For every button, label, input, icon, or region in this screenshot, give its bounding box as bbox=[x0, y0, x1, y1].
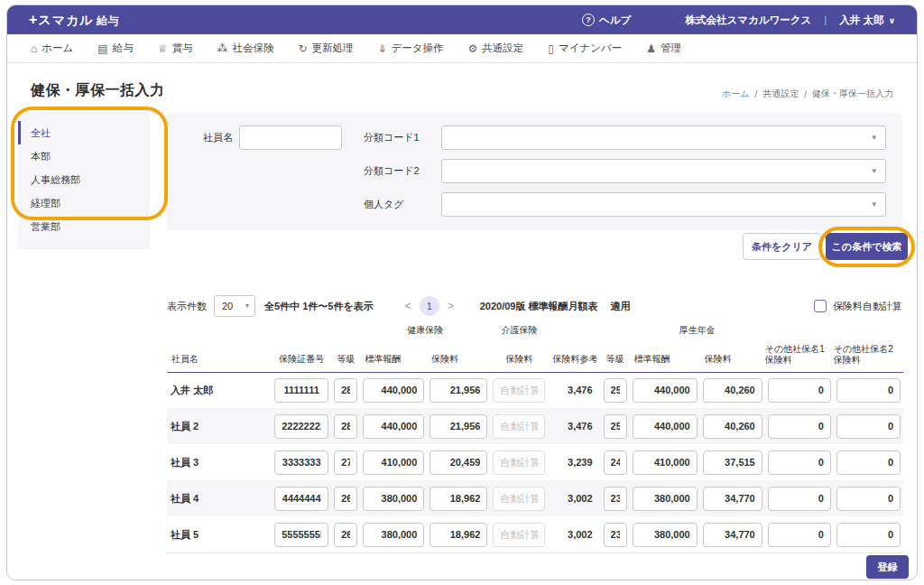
nav-item-my-number[interactable]: ▯マイナンバー bbox=[548, 42, 622, 55]
other1-premium-input[interactable] bbox=[768, 414, 831, 439]
id-card-icon: ▯ bbox=[548, 43, 554, 54]
sidebar-item-3[interactable]: 経理部 bbox=[18, 191, 150, 215]
kosei-grade-input[interactable] bbox=[604, 487, 627, 511]
col-header-other-insurance-1: その他社保名1保険料 bbox=[765, 338, 834, 372]
sidebar-item-4[interactable]: 営業部 bbox=[18, 215, 150, 238]
clear-conditions-button[interactable]: 条件をクリア bbox=[743, 233, 821, 260]
other2-premium-input-cell bbox=[834, 372, 903, 408]
nav-item-social-insurance[interactable]: ⁂社会保険 bbox=[217, 42, 273, 55]
next-page-button[interactable]: > bbox=[439, 300, 462, 312]
category-code-1-select[interactable]: ▾ bbox=[441, 125, 886, 150]
category-code-2-select[interactable]: ▾ bbox=[441, 159, 886, 183]
breadcrumb-home-link[interactable]: ホーム bbox=[722, 88, 749, 100]
current-page-button[interactable]: 1 bbox=[420, 296, 439, 316]
kenpo-grade-input[interactable] bbox=[334, 487, 357, 511]
kenpo-monthly-input-cell bbox=[360, 372, 427, 408]
cert-no-input[interactable] bbox=[274, 414, 328, 439]
nav-item-data-operations[interactable]: ⇓データ操作 bbox=[377, 42, 443, 55]
other1-premium-input[interactable] bbox=[768, 450, 831, 475]
cert-no-input-cell bbox=[272, 372, 331, 408]
search-with-conditions-button[interactable]: この条件で検索 bbox=[826, 233, 908, 260]
kenpo-monthly-input[interactable] bbox=[363, 487, 424, 511]
kenpo-monthly-input[interactable] bbox=[363, 523, 424, 547]
other2-premium-input[interactable] bbox=[836, 450, 901, 475]
page-size-select[interactable]: 20 ▾ bbox=[214, 295, 255, 317]
employee-name-input[interactable] bbox=[239, 125, 342, 150]
kosei-grade-input[interactable] bbox=[604, 523, 627, 547]
group-header-health-insurance: 健康保険 bbox=[360, 321, 490, 338]
kosei-monthly-input-cell bbox=[630, 480, 700, 516]
kosei-premium-input[interactable] bbox=[703, 523, 762, 547]
nav-item-home[interactable]: ⌂ホーム bbox=[31, 42, 73, 55]
nav-item-salary[interactable]: ▤給与 bbox=[97, 42, 133, 55]
kenpo-monthly-input[interactable] bbox=[363, 378, 424, 403]
kenpo-premium-input[interactable] bbox=[430, 414, 487, 439]
kosei-premium-input[interactable] bbox=[703, 378, 762, 403]
kenpo-monthly-input-cell bbox=[360, 480, 427, 516]
group-header-nursing-insurance: 介護保険 bbox=[490, 321, 548, 338]
kosei-grade-input[interactable] bbox=[604, 414, 627, 439]
kosei-monthly-input[interactable] bbox=[633, 487, 698, 511]
cert-no-input[interactable] bbox=[274, 487, 328, 511]
other2-premium-input[interactable] bbox=[836, 378, 901, 403]
prev-page-button[interactable]: < bbox=[397, 300, 420, 312]
table-row: 社員 53,002 bbox=[167, 516, 903, 552]
company-name: 株式会社スマカルワークス bbox=[685, 14, 811, 27]
kosei-premium-input[interactable] bbox=[703, 487, 762, 511]
cert-no-input[interactable] bbox=[274, 450, 328, 475]
sidebar-item-0[interactable]: 全社 bbox=[18, 121, 150, 144]
nav-item-bonus[interactable]: ♕賞与 bbox=[158, 42, 193, 55]
other2-premium-input[interactable] bbox=[836, 523, 901, 547]
kosei-grade-input-cell bbox=[601, 444, 630, 480]
help-menu[interactable]: ? ヘルプ bbox=[582, 14, 631, 27]
col-header-premium: 保険料 bbox=[427, 338, 490, 372]
cert-no-input-cell bbox=[272, 480, 331, 516]
other2-premium-input-cell bbox=[834, 444, 903, 480]
kenpo-premium-input[interactable] bbox=[430, 523, 487, 547]
range-summary: 全5件中 1件〜5件を表示 bbox=[264, 300, 374, 313]
cert-no-input[interactable] bbox=[274, 523, 328, 547]
nav-item-admin[interactable]: ♟管理 bbox=[646, 42, 681, 55]
employee-premium-table: 健康保険 介護保険 厚生年金 社員名 保険証番号 等級 標準報酬 保険料 保険料… bbox=[167, 321, 903, 552]
sidebar-item-1[interactable]: 本部 bbox=[18, 144, 150, 168]
other2-premium-input[interactable] bbox=[836, 414, 901, 439]
kenpo-grade-input[interactable] bbox=[334, 414, 357, 439]
kenpo-grade-input[interactable] bbox=[334, 378, 357, 403]
apply-link[interactable]: 適用 bbox=[611, 300, 631, 313]
auto-calc-checkbox[interactable] bbox=[814, 300, 827, 312]
kenpo-premium-input[interactable] bbox=[430, 378, 487, 403]
sidebar-item-2[interactable]: 人事総務部 bbox=[18, 168, 150, 191]
kenpo-monthly-input[interactable] bbox=[363, 450, 424, 475]
personal-tag-select[interactable]: ▾ bbox=[441, 192, 886, 217]
chevron-down-icon: ∨ bbox=[889, 16, 895, 25]
kosei-monthly-input[interactable] bbox=[633, 450, 698, 475]
kosei-premium-input[interactable] bbox=[703, 450, 762, 475]
kenpo-premium-input[interactable] bbox=[430, 487, 487, 511]
employee-name: 社員 3 bbox=[167, 444, 272, 480]
kosei-grade-input[interactable] bbox=[604, 378, 627, 403]
kosei-monthly-input[interactable] bbox=[633, 378, 698, 403]
other2-premium-input[interactable] bbox=[836, 487, 901, 511]
kosei-grade-input[interactable] bbox=[604, 450, 627, 475]
kenpo-grade-input[interactable] bbox=[334, 450, 357, 475]
other1-premium-input[interactable] bbox=[768, 378, 831, 403]
kosei-monthly-input[interactable] bbox=[633, 523, 698, 547]
user-menu[interactable]: 入井 太郎 ∨ bbox=[839, 14, 895, 27]
breadcrumb-separator: / bbox=[754, 89, 757, 99]
kenpo-grade-input[interactable] bbox=[334, 523, 357, 547]
kosei-monthly-input[interactable] bbox=[633, 414, 698, 439]
employee-name: 入井 太郎 bbox=[167, 372, 272, 408]
cert-no-input[interactable] bbox=[274, 378, 328, 403]
plus-icon: + bbox=[29, 12, 37, 28]
nav-item-common-settings[interactable]: ⚙共通設定 bbox=[468, 42, 524, 55]
kenpo-monthly-input[interactable] bbox=[363, 414, 424, 439]
register-button[interactable]: 登録 bbox=[866, 555, 909, 579]
breadcrumb-section: 共通設定 bbox=[762, 88, 799, 100]
kenpo-premium-input[interactable] bbox=[430, 450, 487, 475]
topbar-divider: | bbox=[824, 14, 827, 25]
kenpo-monthly-input-cell bbox=[360, 444, 427, 480]
other1-premium-input[interactable] bbox=[768, 487, 831, 511]
other1-premium-input[interactable] bbox=[768, 523, 831, 547]
nav-item-update-process[interactable]: ↻更新処理 bbox=[298, 42, 353, 55]
kosei-premium-input[interactable] bbox=[703, 414, 762, 439]
